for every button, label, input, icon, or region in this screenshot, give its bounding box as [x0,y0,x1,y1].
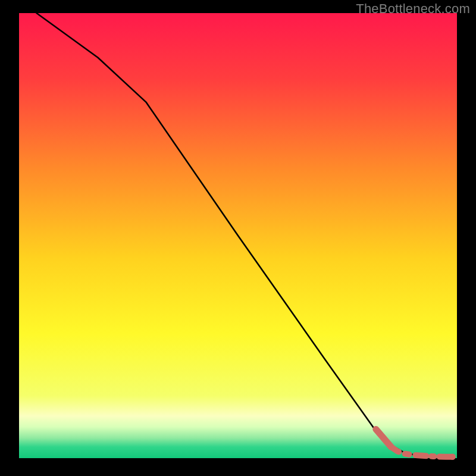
svg-point-0 [449,454,455,460]
watermark-label: TheBottleneck.com [356,1,470,17]
chart-frame: TheBottleneck.com [0,0,476,476]
chart-canvas [0,0,476,476]
